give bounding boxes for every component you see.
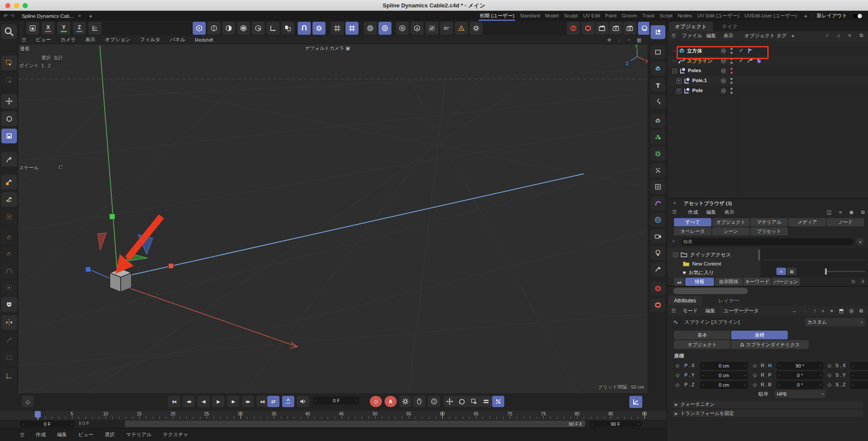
range-end-field[interactable]: ‹90 F› (589, 421, 641, 427)
record-keyframe-button[interactable]: ◇ (370, 396, 382, 407)
tab-object-manager[interactable]: オブジェクト (669, 22, 713, 31)
move-tool-icon[interactable] (1, 94, 17, 109)
sky-icon[interactable] (651, 213, 665, 227)
layout-tab-9[interactable]: Nodes (675, 11, 695, 21)
om-menu-tags[interactable]: タグ (776, 33, 787, 39)
ab-close-icon[interactable]: × (673, 200, 676, 206)
p-value-field[interactable]: ‹0 cm› (700, 362, 748, 370)
r-value-field[interactable]: ‹0 °› (776, 381, 823, 389)
volume-mode-icon[interactable] (237, 22, 250, 35)
redo-icon[interactable]: ↷ (10, 13, 15, 19)
menu-options[interactable]: オプション (105, 36, 131, 43)
layout-tab-8[interactable]: Script (657, 11, 675, 21)
enable-axis-icon[interactable] (266, 22, 279, 35)
frame-field[interactable]: ‹0 F› (313, 397, 359, 405)
mat-menu-edit[interactable]: 編集 (57, 431, 67, 438)
field-icon[interactable] (651, 130, 665, 144)
mat-menu-material[interactable]: マテリアル (126, 431, 151, 438)
om-menu-view[interactable]: 表示 (723, 33, 733, 39)
om-header-icons[interactable]: ⌕ ⌂ ≡ ⧉ (826, 33, 867, 38)
viewport-burger-icon[interactable]: ☰ (22, 37, 26, 43)
mat-burger-icon[interactable]: ☰ (20, 432, 24, 438)
r-value-field[interactable]: ‹90 °› (776, 362, 823, 370)
redshift-light-icon[interactable] (651, 298, 665, 312)
tab-attributes[interactable]: Attributes (668, 296, 702, 305)
keyframe-circle-icon[interactable]: ◇ (676, 382, 679, 388)
grid-icon[interactable] (331, 22, 344, 35)
menu-filter[interactable]: フィルタ (140, 36, 161, 43)
sound-button[interactable] (297, 396, 309, 407)
playhead[interactable] (35, 411, 41, 418)
render-view-icon[interactable] (582, 22, 595, 35)
filter-1[interactable]: オブジェクト (712, 218, 750, 226)
keyframe-circle-icon[interactable]: ◇ (753, 372, 756, 378)
attr-menu-mode[interactable]: モード (683, 308, 698, 314)
object-row-Poles[interactable]: –Poles (667, 66, 868, 76)
deformer-icon[interactable] (651, 196, 665, 210)
auto-mode-icon[interactable]: A (411, 22, 424, 35)
convert-icon[interactable] (455, 22, 468, 35)
key-pla-button[interactable] (492, 396, 504, 407)
zoom-tool-icon[interactable] (1, 24, 17, 39)
keyframe-circle-icon[interactable]: ◇ (676, 363, 679, 368)
scale-hud-icon[interactable]: ⧠ (59, 165, 62, 170)
keyframe-circle-icon[interactable]: ◇ (753, 382, 756, 388)
info-tab-3[interactable]: バージョン (772, 278, 800, 286)
section-quaternion[interactable]: ▶クォータニオン (672, 401, 863, 408)
subdivision-cube-icon[interactable] (651, 180, 665, 194)
cage-deform-icon[interactable] (1, 280, 17, 295)
layout-tab-3[interactable]: Sculpt (561, 11, 580, 21)
tree-item-label[interactable]: New Content (692, 261, 721, 266)
object-name[interactable]: Pole (692, 88, 703, 93)
axis-center-icon[interactable] (651, 25, 665, 39)
poly-pen-icon[interactable] (252, 22, 265, 35)
range-bar[interactable]: 90 F ‖ (125, 421, 585, 427)
layout-toggle[interactable] (852, 13, 863, 19)
motext-icon[interactable]: T (651, 78, 665, 92)
timeline-ruler[interactable]: 051015202530354045505560657075808590 (0, 411, 667, 420)
tree-item-1[interactable]: New Content (683, 260, 721, 267)
next-frame-button[interactable]: ▮▶ (227, 396, 239, 407)
info-tab-1[interactable]: 依存関係 (715, 278, 743, 286)
filter2-0[interactable]: オペレータ (674, 227, 711, 235)
menu-display[interactable]: 表示 (85, 36, 95, 43)
tweak-tool-icon[interactable] (1, 209, 17, 224)
tab-takes[interactable]: テイク (716, 22, 744, 31)
mat-menu-view[interactable]: ビュー (78, 431, 93, 438)
p-value-field[interactable]: ‹0 cm› (700, 371, 748, 379)
prev-key-button[interactable]: ◀◆ (183, 396, 195, 407)
keying-settings-button[interactable] (399, 396, 411, 407)
axis-z-lock-button[interactable]: Z (73, 22, 86, 35)
autokey-button[interactable]: A (385, 396, 397, 407)
layout-tab-5[interactable]: Paint (602, 11, 619, 21)
display-filter-icon[interactable] (440, 22, 453, 35)
play-mode-button[interactable]: A▪▪▪ (282, 396, 294, 407)
mirror-tool-icon[interactable] (1, 315, 17, 330)
knife-tool-icon[interactable] (1, 297, 17, 312)
layer-icon[interactable] (720, 87, 727, 94)
attr-nav-icons[interactable]: ← → ↑ ⌕ ≡ ⬒ ◎ ⧉ (792, 308, 865, 314)
axis-x-lock-button[interactable]: X (42, 22, 55, 35)
section-freeze-transform[interactable]: ▶トランスフォームを固定 (672, 410, 863, 417)
key-position-button[interactable] (444, 396, 456, 407)
points-mode-icon[interactable] (193, 22, 206, 35)
add-document-button[interactable]: + (89, 13, 92, 20)
rotate-tool-icon[interactable] (1, 111, 17, 126)
key-scale-button[interactable] (468, 396, 480, 407)
ab-header-icons[interactable]: ◫ ≡ ◉ ⧉ (827, 209, 868, 215)
keyframe-circle-icon[interactable]: ◇ (753, 363, 756, 368)
ab-list-view-button[interactable]: ≡ (776, 268, 786, 275)
viewport[interactable]: Y X Z 透視 デフォルトカメラ ▣ 選択 合計 ポイント 1 2 スケール … (18, 44, 648, 393)
s-value-field[interactable]: ‹ (850, 371, 868, 379)
play-button[interactable]: ▶ (212, 396, 224, 407)
preview-image-icon[interactable] (674, 278, 684, 286)
layout-tab-7[interactable]: Track (640, 11, 657, 21)
go-end-button[interactable]: ▶▮ (256, 396, 269, 407)
mat-menu-create[interactable]: 作成 (36, 431, 46, 438)
close-document-icon[interactable]: × (78, 13, 81, 19)
p-value-field[interactable]: ‹0 cm› (700, 381, 748, 389)
timeline-window-button[interactable] (629, 396, 642, 408)
layout-tab-11[interactable]: UVEdit-User (ユーザー) (742, 11, 799, 21)
info-tab-2[interactable]: キーワード (743, 278, 771, 286)
copy-icon[interactable]: ⧉ (849, 278, 857, 285)
